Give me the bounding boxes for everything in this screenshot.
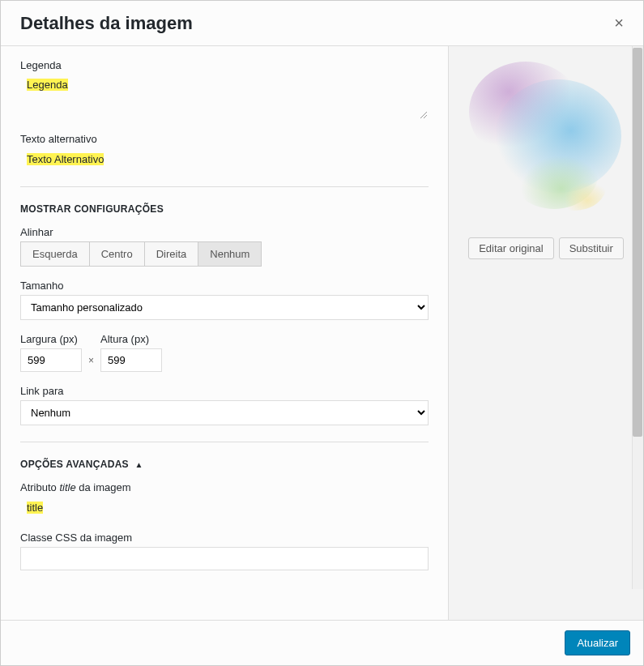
alttext-value: Texto Alternativo — [27, 153, 104, 165]
align-button-group: Esquerda Centro Direita Nenhum — [20, 241, 262, 267]
title-attr-value: title — [27, 502, 43, 514]
close-button[interactable]: × — [608, 7, 630, 39]
replace-button[interactable]: Substituir — [559, 237, 624, 259]
legenda-value: Legenda — [27, 79, 68, 91]
divider — [20, 186, 429, 187]
field-size: Tamanho Tamanho personalizado — [20, 280, 429, 320]
size-select[interactable]: Tamanho personalizado — [20, 295, 429, 320]
dimension-separator: × — [88, 355, 94, 372]
divider — [20, 442, 429, 442]
right-panel: Editar original Substituir — [449, 46, 643, 620]
align-right-button[interactable]: Direita — [145, 242, 199, 266]
scrollbar-track[interactable] — [632, 46, 643, 589]
watercolor-icon — [465, 59, 627, 221]
css-class-input[interactable] — [20, 547, 429, 570]
left-panel: Legenda Legenda Texto alternativo Texto … — [1, 46, 449, 620]
align-left-button[interactable]: Esquerda — [21, 242, 90, 266]
update-button[interactable]: Atualizar — [565, 630, 630, 655]
alttext-input[interactable]: Texto Alternativo — [20, 148, 429, 170]
right-buttons: Editar original Substituir — [462, 237, 630, 259]
legenda-label: Legenda — [20, 59, 429, 71]
display-settings-heading: MOSTRAR CONFIGURAÇÕES — [20, 203, 429, 215]
link-label: Link para — [20, 385, 429, 397]
align-label: Alinhar — [20, 226, 429, 238]
field-legenda: Legenda Legenda — [20, 59, 429, 120]
modal-footer: Atualizar — [1, 620, 643, 665]
align-center-button[interactable]: Centro — [90, 242, 145, 266]
legenda-textarea[interactable]: Legenda — [20, 75, 429, 120]
svg-point-3 — [542, 159, 607, 211]
width-label: Largura (px) — [20, 333, 82, 345]
width-col: Largura (px) — [20, 333, 82, 372]
alttext-label: Texto alternativo — [20, 133, 429, 145]
modal-header: Detalhes da imagem × — [1, 1, 643, 46]
field-dimensions: Largura (px) × Altura (px) — [20, 333, 429, 372]
link-select[interactable]: Nenhum — [20, 400, 429, 425]
height-label: Altura (px) — [100, 333, 162, 345]
title-attr-label: Atributo title da imagem — [20, 481, 429, 493]
height-col: Altura (px) — [100, 333, 162, 372]
field-css-class: Classe CSS da imagem — [20, 532, 429, 570]
align-none-button[interactable]: Nenhum — [198, 242, 261, 266]
image-preview — [465, 59, 627, 221]
title-attr-input[interactable]: title — [20, 497, 429, 519]
field-link: Link para Nenhum — [20, 385, 429, 425]
css-class-label: Classe CSS da imagem — [20, 532, 429, 544]
field-align: Alinhar Esquerda Centro Direita Nenhum — [20, 226, 429, 267]
width-input[interactable] — [20, 348, 82, 372]
field-alttext: Texto alternativo Texto Alternativo — [20, 133, 429, 170]
scrollbar-thumb[interactable] — [633, 48, 642, 437]
image-details-modal: Detalhes da imagem × Legenda Legenda Tex… — [0, 0, 644, 666]
resize-handle-icon — [420, 111, 428, 119]
chevron-up-icon: ▲ — [135, 460, 143, 469]
advanced-options-heading[interactable]: OPÇÕES AVANÇADAS ▲ — [20, 459, 429, 470]
edit-original-button[interactable]: Editar original — [468, 237, 554, 259]
modal-title: Detalhes da imagem — [20, 13, 193, 34]
height-input[interactable] — [100, 348, 162, 372]
size-label: Tamanho — [20, 280, 429, 292]
modal-body: Legenda Legenda Texto alternativo Texto … — [1, 46, 643, 620]
field-title-attr: Atributo title da imagem title — [20, 481, 429, 519]
